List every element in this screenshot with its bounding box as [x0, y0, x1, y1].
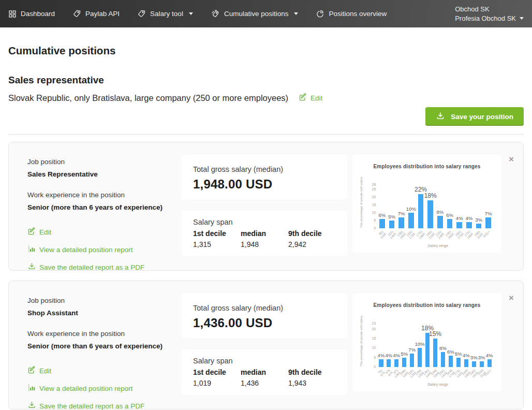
- chevron-down-icon: [189, 12, 193, 15]
- bar: [389, 221, 395, 228]
- pie-chart-icon: [316, 9, 324, 18]
- edit-pencil-icon: [27, 227, 36, 237]
- nav-item-paylab-api[interactable]: Paylab API: [72, 9, 120, 18]
- bar-1551-1750: 10%1551 1750: [407, 177, 415, 228]
- salary-span-label: Salary span: [193, 218, 336, 226]
- bar-2151-2350: 8%2151 2350: [436, 177, 444, 228]
- x-tick-label: 2351 2550: [445, 230, 455, 240]
- bar: [437, 216, 443, 228]
- nav-item-salary-tool[interactable]: Salary tool: [137, 9, 193, 18]
- nav-item-label: Dashboard: [21, 10, 55, 18]
- bar-value-label: 4%: [378, 353, 385, 358]
- y-tick-25: 25: [372, 187, 376, 191]
- bar: [425, 333, 430, 367]
- bar: [447, 219, 453, 228]
- total-salary-label: Total gross salary (median): [193, 304, 336, 312]
- bar: [418, 194, 424, 228]
- close-icon[interactable]: ×: [508, 154, 515, 165]
- view-report-link[interactable]: View a detailed position report: [27, 383, 182, 393]
- decile1-header: 1st decile: [193, 368, 241, 376]
- nav-item-label: Positions overview: [329, 10, 387, 18]
- bar: [402, 358, 406, 367]
- work-experience-label: Work experience in the position: [27, 191, 182, 199]
- x-tick-label: 2551 2750: [454, 230, 464, 240]
- total-salary-panel: Total gross salary (median) 1,948.00 USD: [182, 155, 347, 199]
- bar: [456, 222, 462, 228]
- bar: [476, 224, 482, 228]
- bar-value-label: 4%: [466, 215, 473, 221]
- total-salary-panel: Total gross salary (median) 1,436.00 USD: [182, 294, 347, 338]
- bar-chart-icon: [27, 244, 36, 255]
- account-company: Obchod SK: [455, 5, 524, 14]
- bar-value-label: 5%: [455, 351, 462, 357]
- decile9-value: 1,943: [288, 379, 336, 387]
- x-tick-label: 2951 3150: [474, 230, 484, 240]
- bar-value-label: 7%: [485, 211, 492, 216]
- salary-span-label: Salary span: [193, 357, 336, 365]
- bar-1256-1350: 10%1256 1350: [417, 315, 423, 367]
- bar-1826-1920: 4%1826 1920: [463, 315, 469, 367]
- decile1-header: 1st decile: [193, 229, 241, 238]
- nav-item-cumulative-positions[interactable]: Cumulative positions: [211, 9, 299, 19]
- bar-value-label: 3%: [475, 217, 482, 223]
- main-content: Cumulative positions Sales representativ…: [0, 45, 532, 409]
- chart-plot-area: 0510152025286%951 11505%1151 13507%1351 …: [378, 177, 492, 228]
- x-tick-label: 781 875: [377, 369, 386, 377]
- view-report-label: View a detailed position report: [39, 246, 133, 254]
- bar-2351-2550: 6%2351 2550: [446, 177, 454, 228]
- decile9-header: 9th decile: [288, 368, 336, 376]
- salary-distribution-chart: Employees distribution into salary range…: [352, 294, 501, 391]
- save-your-position-button[interactable]: Save your position: [425, 107, 524, 126]
- total-salary-value: 1,436.00 USD: [193, 316, 336, 330]
- bar: [379, 219, 385, 228]
- bar-1921-2015: 3%1921 2015: [471, 315, 477, 367]
- edit-position-link[interactable]: Edit: [27, 365, 182, 376]
- bar-value-label: 8%: [439, 345, 447, 351]
- edit-criteria-link[interactable]: Edit: [299, 93, 322, 103]
- bar-value-label: 5%: [401, 351, 408, 357]
- nav-item-label: Cumulative positions: [224, 10, 289, 18]
- bar: [472, 361, 476, 367]
- job-position-value: Sales Representative: [27, 170, 182, 178]
- bar-value-label: 6%: [378, 212, 386, 218]
- save-pdf-label: Save the detailed report as a PDF: [39, 263, 144, 271]
- median-value: 1,948: [241, 240, 288, 248]
- bar: [456, 358, 461, 367]
- view-report-link[interactable]: View a detailed position report: [27, 244, 182, 255]
- bar-chart-icon: [27, 383, 36, 393]
- bar-1151-1350: 5%1151 1350: [388, 177, 396, 228]
- close-icon[interactable]: ×: [508, 292, 515, 303]
- chevron-down-icon: [520, 17, 524, 20]
- edit-pencil-icon: [27, 365, 36, 376]
- salary-span-panel: Salary span 1st decile 1,315 median 1,94…: [182, 211, 347, 256]
- bar-781-875: 4%781 875: [378, 315, 384, 367]
- bar: [387, 359, 391, 367]
- bar: [433, 339, 437, 367]
- save-pdf-link[interactable]: Save the detailed report as a PDF: [27, 401, 182, 410]
- bar-1731-1825: 5%1731 1825: [455, 315, 461, 367]
- nav-item-positions-overview[interactable]: Positions overview: [316, 9, 387, 18]
- work-experience-value: Senior (more than 6 years of experience): [27, 203, 182, 211]
- bar-value-label: 7%: [408, 347, 416, 353]
- total-salary-label: Total gross salary (median): [193, 165, 336, 173]
- account-menu[interactable]: Obchod SK Profesia Obchod SK: [455, 5, 524, 23]
- top-navbar: Dashboard Paylab API Salary tool: [0, 0, 532, 27]
- download-icon: [27, 262, 36, 272]
- chart-plot-area: 05101520234%781 8754%876 9704%971 10655%…: [378, 315, 492, 367]
- save-pdf-link[interactable]: Save the detailed report as a PDF: [27, 262, 182, 272]
- x-tick-label: 2111+: [483, 369, 492, 377]
- edit-position-link[interactable]: Edit: [27, 227, 182, 237]
- y-tick-0: 0: [374, 365, 376, 369]
- bar-971-1065: 4%971 1065: [394, 315, 400, 367]
- y-tick-5: 5: [374, 356, 376, 359]
- position-group-name: Sales representative: [8, 75, 524, 86]
- page-title: Cumulative positions: [8, 45, 524, 57]
- nav-item-dashboard[interactable]: Dashboard: [8, 10, 55, 18]
- bar-2016-2110: 3%2016 2110: [479, 315, 484, 367]
- x-tick-label: 2751 2950: [464, 230, 474, 240]
- bar: [485, 217, 491, 228]
- x-tick-label: 1151 1350: [387, 230, 397, 240]
- bar: [408, 213, 414, 228]
- edit-pencil-icon: [299, 93, 307, 103]
- y-tick-10: 10: [372, 211, 376, 214]
